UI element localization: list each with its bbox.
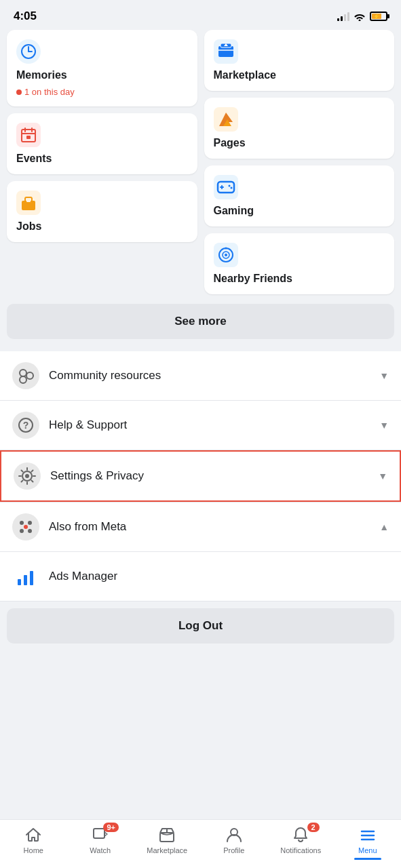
gaming-label: Gaming: [214, 205, 385, 217]
community-resources-chevron: ▼: [379, 370, 389, 381]
community-resources-label: Community resources: [49, 369, 161, 382]
svg-point-25: [230, 187, 232, 189]
help-support-icon: ?: [12, 412, 39, 439]
also-from-meta-chevron: ▲: [379, 521, 389, 532]
section-divider-1: [0, 346, 401, 351]
settings-privacy-icon: [14, 462, 41, 490]
jobs-card[interactable]: Jobs: [7, 181, 197, 242]
marketplace-label: Marketplace: [214, 69, 385, 81]
help-support-label: Help & Support: [49, 418, 127, 432]
nav-home[interactable]: Home: [0, 825, 67, 854]
bottom-spacer: [0, 650, 401, 718]
community-resources-left: Community resources: [12, 362, 161, 389]
ads-manager-card[interactable]: Ads Manager: [0, 552, 401, 601]
svg-point-29: [225, 254, 227, 256]
logout-button[interactable]: Log Out: [7, 608, 394, 644]
memories-label: Memories: [16, 69, 188, 81]
svg-rect-9: [26, 136, 31, 139]
community-resources-item[interactable]: Community resources ▼: [0, 351, 401, 401]
watch-nav-label: Watch: [90, 846, 111, 854]
svg-point-40: [25, 474, 29, 478]
also-from-meta-left: Also from Meta: [12, 513, 126, 540]
marketplace-card[interactable]: Marketplace: [204, 30, 395, 91]
svg-point-51: [28, 521, 32, 525]
ads-manager-label: Ads Manager: [49, 570, 117, 583]
settings-privacy-label: Settings & Privacy: [50, 469, 144, 483]
svg-rect-56: [18, 579, 21, 585]
nav-watch[interactable]: 9+ Watch: [67, 825, 134, 854]
marketplace-icon: [214, 39, 238, 64]
svg-rect-12: [26, 199, 31, 202]
notifications-nav-label: Notifications: [280, 846, 321, 854]
marketplace-nav-icon: [157, 825, 176, 844]
profile-nav-label: Profile: [223, 846, 244, 854]
memories-card[interactable]: Memories 1 on this day: [7, 30, 197, 106]
svg-point-30: [225, 248, 227, 250]
svg-text:?: ?: [23, 420, 29, 431]
battery-icon: ⚡: [370, 12, 387, 21]
svg-point-53: [28, 529, 32, 533]
also-from-meta-item[interactable]: Also from Meta ▲: [0, 502, 401, 552]
settings-privacy-left: Settings & Privacy: [14, 462, 144, 490]
events-icon: [16, 123, 41, 147]
nearby-friends-label: Nearby Friends: [214, 273, 385, 285]
watch-badge: 9+: [103, 823, 119, 832]
menu-list: Community resources ▼ ? Help & Support ▼: [0, 351, 401, 502]
nearby-friends-card[interactable]: Nearby Friends: [204, 233, 395, 294]
menu-nav-label: Menu: [358, 846, 377, 854]
memories-sublabel: 1 on this day: [16, 87, 188, 97]
svg-rect-11: [22, 201, 35, 210]
marketplace-nav-label: Marketplace: [147, 846, 187, 854]
svg-rect-57: [24, 575, 27, 585]
wifi-icon: [354, 12, 366, 21]
pages-label: Pages: [214, 137, 385, 149]
help-support-chevron: ▼: [379, 420, 389, 431]
svg-rect-4: [16, 123, 41, 147]
grid-section: Memories 1 on this day: [0, 30, 401, 301]
main-content: Memories 1 on this day: [0, 30, 401, 718]
jobs-icon: [16, 191, 41, 215]
nav-notifications[interactable]: 2 Notifications: [267, 825, 335, 854]
menu-active-bar: [354, 858, 381, 860]
memories-dot: [16, 90, 22, 95]
pages-card[interactable]: Pages: [204, 98, 395, 159]
svg-point-54: [24, 525, 28, 529]
svg-point-52: [20, 529, 24, 533]
status-time: 4:05: [14, 9, 37, 23]
see-more-button[interactable]: See more: [7, 304, 394, 339]
svg-rect-58: [30, 571, 33, 585]
also-from-meta-label: Also from Meta: [49, 520, 126, 534]
help-support-left: ? Help & Support: [12, 412, 127, 439]
svg-point-50: [20, 521, 24, 525]
nav-marketplace[interactable]: Marketplace: [134, 825, 201, 854]
profile-nav-icon: [225, 825, 244, 844]
events-card[interactable]: Events: [7, 113, 197, 174]
grid-col-left: Memories 1 on this day: [7, 30, 197, 294]
settings-privacy-chevron: ▼: [378, 471, 387, 481]
status-bar: 4:05 ⚡: [0, 0, 401, 30]
community-resources-icon: [12, 362, 39, 389]
settings-privacy-item[interactable]: Settings & Privacy ▼: [0, 450, 401, 502]
nearby-friends-icon: [214, 243, 238, 267]
events-label: Events: [16, 153, 188, 165]
nav-menu[interactable]: Menu: [335, 825, 402, 854]
jobs-label: Jobs: [16, 220, 188, 233]
home-nav-label: Home: [24, 846, 43, 854]
svg-point-24: [228, 185, 230, 187]
svg-rect-59: [94, 829, 104, 838]
gaming-icon: [214, 175, 238, 199]
gaming-card[interactable]: Gaming: [204, 165, 395, 226]
status-icons: ⚡: [337, 12, 387, 21]
memories-icon: [16, 39, 41, 64]
home-icon: [24, 825, 43, 844]
pages-icon: [214, 107, 238, 132]
nav-profile[interactable]: Profile: [201, 825, 268, 854]
ads-manager-icon: [12, 563, 39, 590]
notifications-badge: 2: [307, 823, 320, 832]
signal-icon: [337, 12, 349, 21]
bottom-nav: Home 9+ Watch Marketplace: [0, 819, 401, 868]
help-support-item[interactable]: ? Help & Support ▼: [0, 401, 401, 450]
menu-nav-icon: [358, 825, 377, 844]
grid-col-right: Marketplace Pages: [204, 30, 395, 294]
also-from-meta-icon: [12, 513, 39, 540]
